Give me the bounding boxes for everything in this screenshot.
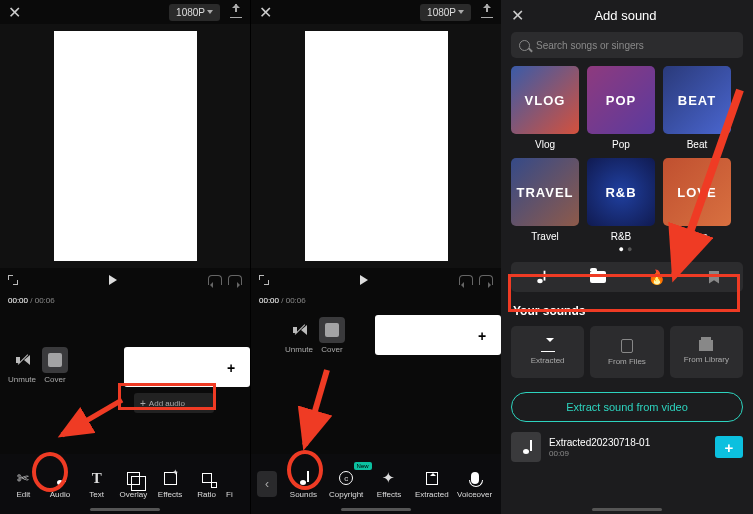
unmute-button[interactable]: Unmute xyxy=(8,347,36,384)
your-sounds-heading: Your sounds xyxy=(501,296,753,322)
add-sound-button[interactable]: + xyxy=(715,436,743,458)
tool-effects[interactable]: ✦Effects xyxy=(369,469,410,499)
close-icon[interactable]: ✕ xyxy=(8,3,21,22)
scissors-icon: ✄ xyxy=(14,469,32,487)
effects-icon xyxy=(164,472,177,485)
undo-icon[interactable] xyxy=(459,275,473,285)
download-icon xyxy=(541,340,555,352)
cover-button[interactable]: Cover xyxy=(42,347,68,384)
card-from-library-label: From Library xyxy=(684,355,729,364)
card-from-library[interactable]: From Library xyxy=(670,326,743,378)
cover-label: Cover xyxy=(44,375,65,384)
unmute-button[interactable]: Unmute xyxy=(285,317,313,354)
home-indicator xyxy=(592,508,662,511)
category-travel-label: Travel xyxy=(531,231,558,242)
tool-audio[interactable]: Audio xyxy=(43,469,78,499)
export-icon[interactable] xyxy=(481,6,493,18)
category-beat[interactable]: BEATBeat xyxy=(663,66,731,150)
tab-files[interactable] xyxy=(569,271,627,283)
tool-text[interactable]: TText xyxy=(79,469,114,499)
search-input[interactable]: Search songs or singers xyxy=(511,32,743,58)
home-indicator xyxy=(90,508,160,511)
tool-effects-label: Effects xyxy=(377,490,401,499)
resolution-picker[interactable]: 1080P xyxy=(169,4,220,21)
tab-trending[interactable]: 🔥 xyxy=(627,269,685,285)
music-note-icon xyxy=(520,440,532,454)
time-display: 00:00 / 00:06 xyxy=(251,292,501,309)
fullscreen-icon[interactable] xyxy=(259,275,269,285)
tool-overlay-label: Overlay xyxy=(120,490,148,499)
play-icon[interactable] xyxy=(109,275,117,285)
tool-overlay[interactable]: Overlay xyxy=(116,469,151,499)
tool-sounds[interactable]: Sounds xyxy=(283,469,324,499)
extract-sound-label: Extract sound from video xyxy=(566,401,688,413)
microphone-icon xyxy=(471,472,479,484)
redo-icon[interactable] xyxy=(228,275,242,285)
folder-icon xyxy=(590,271,606,283)
tool-voiceover-label: Voiceover xyxy=(457,490,492,499)
tool-effects[interactable]: Effects xyxy=(153,469,188,499)
svg-line-1 xyxy=(305,370,327,445)
resolution-picker[interactable]: 1080P xyxy=(420,4,471,21)
category-love[interactable]: LOVELove xyxy=(663,158,731,242)
time-total: 00:06 xyxy=(35,296,55,305)
category-love-thumb: LOVE xyxy=(663,158,731,226)
tool-ratio-label: Ratio xyxy=(197,490,216,499)
file-icon xyxy=(621,339,633,353)
tool-voiceover[interactable]: Voiceover xyxy=(454,469,495,499)
cover-label: Cover xyxy=(321,345,342,354)
fullscreen-icon[interactable] xyxy=(8,275,18,285)
category-vlog-thumb: VLOG xyxy=(511,66,579,134)
category-pop-thumb: POP xyxy=(587,66,655,134)
close-icon[interactable]: ✕ xyxy=(259,3,272,22)
close-icon[interactable]: ✕ xyxy=(511,6,524,25)
export-icon[interactable] xyxy=(230,6,242,18)
category-pop-label: Pop xyxy=(612,139,630,150)
tab-saved[interactable] xyxy=(685,271,743,284)
sound-item[interactable]: Extracted20230718-01 00:09 + xyxy=(511,432,743,462)
category-vlog-label: Vlog xyxy=(535,139,555,150)
video-canvas[interactable] xyxy=(305,31,448,261)
category-grid: VLOGVlog POPPop BEATBeat TRAVELTravel R&… xyxy=(501,60,753,242)
flame-icon: 🔥 xyxy=(648,269,665,285)
text-icon: T xyxy=(88,469,106,487)
chevron-down-icon xyxy=(207,10,213,14)
tiktok-icon xyxy=(535,271,546,284)
tool-more-label: Fi xyxy=(226,490,233,499)
tab-tiktok[interactable] xyxy=(511,270,569,284)
add-clip-button[interactable]: + xyxy=(471,325,493,347)
category-travel[interactable]: TRAVELTravel xyxy=(511,158,579,242)
tool-edit[interactable]: ✄Edit xyxy=(6,469,41,499)
category-vlog[interactable]: VLOGVlog xyxy=(511,66,579,150)
source-tabs: 🔥 xyxy=(511,262,743,292)
category-pop[interactable]: POPPop xyxy=(587,66,655,150)
speaker-muted-icon xyxy=(293,325,305,335)
back-button[interactable]: ‹ xyxy=(257,471,277,497)
extract-sound-button[interactable]: Extract sound from video xyxy=(511,392,743,422)
redo-icon[interactable] xyxy=(479,275,493,285)
category-rnb[interactable]: R&BR&B xyxy=(587,158,655,242)
annotation-arrow xyxy=(52,400,122,442)
library-icon xyxy=(699,340,713,351)
tool-effects-label: Effects xyxy=(158,490,182,499)
speaker-muted-icon xyxy=(16,355,28,365)
home-indicator xyxy=(341,508,411,511)
add-clip-button[interactable]: + xyxy=(220,357,242,379)
time-current: 00:00 xyxy=(259,296,279,305)
category-rnb-label: R&B xyxy=(611,231,632,242)
tool-copyright[interactable]: NewcCopyright xyxy=(326,469,367,499)
tool-ratio[interactable]: Ratio xyxy=(189,469,224,499)
add-audio-button[interactable]: +Add audio xyxy=(134,393,214,413)
card-from-files[interactable]: From Files xyxy=(590,326,663,378)
card-extracted[interactable]: Extracted xyxy=(511,326,584,378)
chevron-down-icon xyxy=(458,10,464,14)
tool-more[interactable]: Fi xyxy=(226,469,244,499)
tool-edit-label: Edit xyxy=(16,490,30,499)
extract-icon xyxy=(426,472,438,485)
cover-button[interactable]: Cover xyxy=(319,317,345,354)
play-icon[interactable] xyxy=(360,275,368,285)
video-canvas[interactable] xyxy=(54,31,197,261)
tool-extracted[interactable]: Extracted xyxy=(411,469,452,499)
undo-icon[interactable] xyxy=(208,275,222,285)
music-note-icon xyxy=(297,471,309,485)
